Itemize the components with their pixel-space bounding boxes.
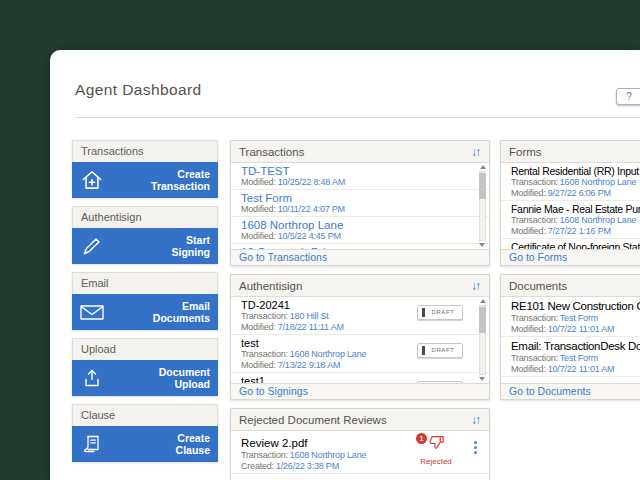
transaction-link[interactable]: 1608 Northrop Lane — [241, 219, 479, 231]
start-signing-button[interactable]: Start Signing — [72, 228, 218, 264]
transactions-list: TD-TEST Modified:10/25/22 8:48 AM Test F… — [231, 163, 489, 249]
authentisign-panel: Authentisign ↓↑ TD-20241 Transaction:180… — [230, 274, 490, 400]
button-label-line1: Create — [177, 168, 210, 180]
meta-value: 7/27/22 1:16 PM — [548, 227, 611, 236]
meta-label: Modified: — [241, 204, 276, 214]
item-meta: Modified:10/7/22 11:01 AM — [511, 365, 640, 375]
panel-title: Forms — [509, 146, 542, 158]
item-meta: Transaction:Test Form — [511, 314, 640, 324]
meta-label: Transaction: — [511, 216, 558, 225]
meta-value: 1/26/22 3:38 PM — [276, 462, 339, 471]
button-label-line1: Document — [159, 366, 210, 378]
item-meta: Modified:7/27/22 1:16 PM — [511, 227, 640, 237]
item-meta: Modified:10/5/22 4:45 PM — [241, 231, 479, 241]
transaction-link[interactable]: TD-TEST — [241, 165, 479, 177]
transaction-link[interactable]: Test Form — [241, 192, 479, 204]
meta-label: Modified: — [241, 361, 276, 370]
scrollbar[interactable] — [478, 165, 487, 247]
help-button[interactable]: ? — [616, 88, 640, 105]
documents-panel: Documents RE101 New Construction Contra … — [500, 274, 640, 400]
button-label-line2: Upload — [174, 378, 210, 390]
sort-icon[interactable]: ↓↑ — [471, 413, 481, 427]
sort-icon[interactable]: ↓↑ — [471, 145, 481, 159]
section-label: Transactions — [72, 140, 218, 162]
scroll-down-arrow-icon[interactable] — [479, 377, 485, 381]
forms-panel: Forms Rental Residential (RR) Input Shee… — [500, 140, 640, 266]
section-label: Email — [72, 272, 218, 294]
envelope-icon — [72, 300, 112, 324]
scroll-down-arrow-icon[interactable] — [479, 243, 485, 247]
item-meta: Modified:10/25/22 8:48 AM — [241, 177, 479, 187]
meta-label: Transaction: — [241, 350, 288, 359]
meta-label: Modified: — [241, 231, 276, 241]
meta-value: 1608 Northrop Lane — [290, 350, 366, 359]
meta-label: Modified: — [511, 325, 546, 334]
item-meta: Transaction:1608 Northrop Lane — [511, 178, 640, 188]
panel-title: Authentisign — [239, 280, 302, 292]
rejected-reviews-list: Review 2.pdf Transaction:1608 Northrop L… — [231, 431, 489, 480]
more-options-icon[interactable] — [474, 441, 477, 454]
list-item: Test Form Modified:10/11/22 4:07 PM — [231, 190, 489, 217]
meta-label: Modified: — [511, 365, 546, 374]
go-to-transactions-link[interactable]: Go to Transactions — [239, 251, 327, 263]
button-label: Email Documents — [153, 300, 218, 324]
transactions-panel: Transactions ↓↑ TD-TEST Modified:10/25/2… — [230, 140, 490, 266]
meta-value: 7/13/22 9:18 AM — [278, 361, 341, 370]
document-link[interactable]: RE101 New Construction Contra — [511, 300, 640, 313]
rejection-count-badge: 1 — [416, 433, 427, 444]
forms-list: Rental Residential (RR) Input Sheet - Tr… — [501, 163, 640, 249]
meta-label: Modified: — [511, 189, 546, 198]
meta-label: Transaction: — [511, 178, 558, 187]
status-badge: DRAFT — [417, 343, 463, 358]
button-label: Create Clause — [176, 432, 218, 456]
meta-label: Modified: — [511, 227, 546, 236]
create-clause-button[interactable]: Create Clause — [72, 426, 218, 462]
sort-icon[interactable]: ↓↑ — [471, 279, 481, 293]
scroll-icon — [72, 432, 112, 456]
page-title: Agent Dashboard — [75, 81, 202, 99]
transaction-link[interactable]: 12 Greenoch Rd — [241, 246, 479, 249]
meta-value: 10/7/22 11:01 AM — [548, 365, 615, 374]
document-upload-button[interactable]: Document Upload — [72, 360, 218, 396]
meta-value: 7/18/22 11:11 AM — [278, 323, 344, 332]
list-item: TD-20241 Transaction:180 Hill St Modifie… — [231, 297, 489, 335]
item-meta: Modified:7/13/22 9:18 AM — [241, 361, 479, 371]
create-transaction-button[interactable]: Create Transaction — [72, 162, 218, 198]
thumbs-down-icon — [428, 435, 445, 452]
status-badge: DRAFT — [417, 305, 463, 320]
meta-label: Created: — [241, 462, 274, 471]
badge-bar — [422, 346, 425, 355]
form-link[interactable]: Fannie Mae - Real Estate Purchase a — [511, 204, 640, 215]
go-to-forms-link[interactable]: Go to Forms — [509, 251, 567, 263]
meta-label: Modified: — [241, 323, 276, 332]
form-link[interactable]: Certificate of Non-foreign Status - F — [511, 242, 640, 249]
go-to-signings-link[interactable]: Go to Signings — [239, 385, 308, 397]
go-to-documents-link[interactable]: Go to Documents — [509, 385, 591, 397]
meta-value: 1608 Northrop Lane — [560, 216, 636, 225]
list-item: test Transaction:1608 Northrop Lane Modi… — [231, 335, 489, 373]
middle-column: Transactions ↓↑ TD-TEST Modified:10/25/2… — [230, 140, 490, 480]
scroll-up-arrow-icon[interactable] — [480, 299, 486, 303]
item-meta: Modified:7/18/22 11:11 AM — [241, 323, 479, 333]
meta-value: 10/11/22 4:07 PM — [278, 204, 345, 214]
form-link[interactable]: Rental Residential (RR) Input Sheet - — [511, 166, 640, 177]
item-meta: Transaction:1608 Northrop Lane — [511, 216, 640, 226]
meta-label: Transaction: — [241, 451, 288, 460]
button-label: Start Signing — [172, 234, 219, 258]
quick-action-transactions: Transactions Create Transaction — [72, 140, 218, 198]
status-badge: DRAFT — [417, 381, 463, 383]
scroll-up-arrow-icon[interactable] — [480, 165, 486, 169]
email-documents-button[interactable]: Email Documents — [72, 294, 218, 330]
scrollbar-thumb[interactable] — [479, 173, 486, 199]
meta-label: Transaction: — [511, 354, 558, 363]
authentisign-list: TD-20241 Transaction:180 Hill St Modifie… — [231, 297, 489, 383]
list-item: Fannie Mae - Real Estate Purchase a Tran… — [501, 201, 640, 239]
document-link[interactable]: Email: TransactionDesk Documen — [511, 340, 640, 353]
button-label: Document Upload — [159, 366, 218, 390]
scrollbar-thumb[interactable] — [479, 307, 486, 333]
meta-label: Transaction: — [511, 314, 558, 323]
scrollbar[interactable] — [478, 299, 487, 381]
button-label-line1: Start — [186, 234, 210, 246]
meta-label: Modified: — [241, 177, 276, 187]
list-item: Email: TransactionDesk Documen Transacti… — [501, 337, 640, 377]
